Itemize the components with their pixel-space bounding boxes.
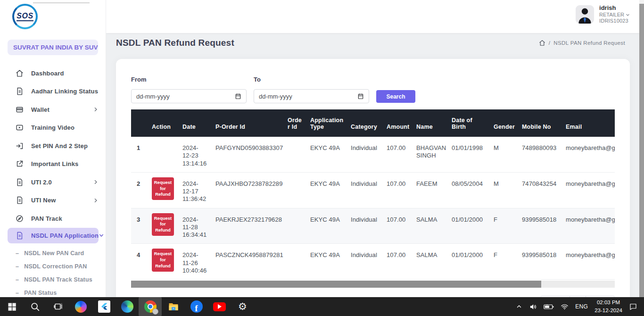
user-role[interactable]: RETAILER	[599, 12, 630, 18]
taskbar-clock[interactable]: 02:03 PM 23-12-2024	[594, 299, 622, 314]
page-title: NSDL PAN Refund Request	[116, 38, 234, 48]
col-p-order-id: P-Order Id	[211, 109, 283, 137]
submenu-item-label: NSDL PAN Track Status	[24, 276, 92, 283]
sidebar-item-pan-track[interactable]: PAN Track	[0, 209, 106, 228]
sidebar-item-label: Set PIN And 2 Step	[31, 142, 99, 150]
cell-mobile: 7470843254	[517, 172, 561, 208]
sidebar: SOS SUVRAT PAN INDIA BY SUVR Dashboard A…	[0, 0, 106, 297]
calendar-icon[interactable]	[235, 93, 241, 100]
submenu-item-nsdl-correction-pan[interactable]: – NSDL Correction PAN	[0, 260, 106, 273]
sidebar-item-uti-new[interactable]: UTI New	[0, 191, 106, 210]
calendar-icon[interactable]	[357, 93, 364, 100]
document-icon	[16, 232, 24, 240]
cell-application_type: EKYC 49A	[305, 244, 346, 280]
external-link-icon	[16, 160, 24, 168]
sidebar-item-uti-20[interactable]: UTI 2.0	[0, 173, 106, 191]
table-body: 12024-12-23 13:14:16PAFGYND05903883307EK…	[131, 137, 615, 280]
sidebar-item-wallet[interactable]: Wallet	[0, 100, 106, 119]
to-date-input[interactable]: dd-mm-yyyy	[254, 89, 369, 103]
notification-center-icon[interactable]	[629, 302, 637, 311]
submenu-item-nsdl-new-pan-card[interactable]: – NSDL New PAN Card	[0, 247, 106, 260]
col-date: Date	[178, 109, 211, 137]
cell-dob: 08/05/2004	[447, 172, 489, 208]
document-icon	[16, 196, 24, 204]
cell-amount: 107.00	[382, 172, 412, 208]
search-button[interactable]: Search	[376, 90, 415, 103]
app-logo[interactable]: SOS	[12, 4, 39, 30]
copilot-icon	[75, 301, 87, 313]
page-heading-row: NSDL PAN Refund Request / NSDL PAN Refun…	[106, 33, 639, 53]
task-view-button[interactable]	[46, 297, 69, 316]
refund-table: Action Date P-Order Id Order Id Applicat…	[131, 109, 615, 280]
from-date-input[interactable]: dd-mm-yyyy	[131, 89, 247, 103]
sidebar-item-aadhar-linking-status[interactable]: Aadhar Linking Status	[0, 83, 106, 101]
cell-category: Individual	[346, 208, 382, 244]
request-refund-button[interactable]: Request for Refund	[152, 177, 174, 200]
request-refund-button[interactable]: Request for Refund	[152, 213, 174, 236]
col-sr	[131, 109, 147, 137]
settings-button[interactable]: ⚙	[231, 297, 254, 316]
tray-chevron-up-icon[interactable]	[516, 303, 522, 310]
cell-amount: 107.00	[382, 244, 412, 280]
cell-dob: 01/01/2000	[447, 244, 489, 280]
vertical-scrollbar-thumb[interactable]	[639, 4, 644, 297]
table-row: 4Request for Refund2024-11-26 10:40:46PA…	[131, 244, 615, 280]
dash-icon: –	[16, 263, 19, 270]
col-category: Category	[346, 109, 382, 137]
cell-email: moneybaretha@gm	[561, 172, 615, 208]
sidebar-item-label: Dashboard	[31, 70, 99, 77]
cell-p_order_id: PASCZNCK4958879281	[211, 244, 283, 280]
windows-icon	[7, 302, 17, 311]
user-menu[interactable]: idrish RETAILER IDRIS10023	[576, 4, 630, 25]
sidebar-item-training-video[interactable]: Training Video	[0, 119, 106, 137]
battery-icon[interactable]	[544, 304, 554, 310]
login-arrow-icon	[16, 142, 24, 150]
file-explorer-button[interactable]	[162, 297, 185, 316]
wallet-icon	[16, 106, 24, 114]
col-date-of-birth: Date of Birth	[447, 109, 489, 137]
copilot-button[interactable]	[69, 297, 92, 316]
facebook-icon: f	[190, 300, 203, 313]
col-amount: Amount	[382, 109, 412, 137]
cell-dob: 01/01/1998	[447, 137, 489, 172]
folder-icon	[168, 301, 179, 312]
cell-order_id	[283, 244, 305, 280]
youtube-button[interactable]	[208, 297, 231, 316]
shop-name: SUVRAT PAN INDIA BY SUVR	[13, 44, 98, 51]
submenu-item-label: PAN Status	[24, 290, 57, 296]
edge-button[interactable]	[116, 297, 139, 316]
user-info: idrish RETAILER IDRIS10023	[599, 4, 630, 25]
request-refund-button[interactable]: Request for Refund	[152, 249, 174, 271]
sidebar-item-set-pin[interactable]: Set PIN And 2 Step	[0, 137, 106, 155]
chrome-button-active[interactable]	[139, 297, 162, 316]
sidebar-item-label: Important Links	[31, 160, 99, 167]
dash-icon: –	[16, 290, 19, 296]
sidebar-item-important-links[interactable]: Important Links	[0, 155, 106, 174]
sidebar-item-label: Aadhar Linking Status	[31, 88, 99, 95]
start-button[interactable]	[0, 297, 23, 316]
refund-table-wrap: Action Date P-Order Id Order Id Applicat…	[131, 109, 615, 288]
facebook-button[interactable]: f	[185, 297, 208, 316]
clock-time: 02:03 PM	[594, 299, 622, 307]
clock-date: 23-12-2024	[594, 307, 622, 315]
flutter-app-button[interactable]	[92, 297, 116, 316]
cell-sr: 2	[131, 172, 147, 208]
wifi-icon[interactable]	[561, 303, 569, 311]
language-indicator[interactable]: ENG	[575, 303, 588, 310]
cell-category: Individual	[346, 244, 382, 280]
taskbar-search-button[interactable]	[23, 297, 46, 316]
horizontal-scrollbar-thumb[interactable]	[131, 281, 541, 288]
breadcrumb-separator: /	[549, 40, 551, 46]
cell-gender: M	[489, 137, 517, 172]
home-icon[interactable]	[539, 40, 545, 46]
sidebar-item-dashboard[interactable]: Dashboard	[0, 64, 106, 83]
volume-icon[interactable]	[529, 303, 537, 311]
sidebar-item-nsdl-pan-application[interactable]: NSDL PAN Application	[8, 228, 99, 243]
edge-icon	[121, 300, 133, 313]
cell-mobile: 9399585018	[517, 208, 561, 244]
submenu-item-pan-status[interactable]: – PAN Status	[0, 286, 106, 298]
vertical-scrollbar	[639, 0, 644, 297]
cell-email: moneybaretha@gm	[561, 208, 615, 244]
sidebar-item-label: UTI New	[31, 197, 93, 204]
submenu-item-nsdl-pan-track-status[interactable]: – NSDL PAN Track Status	[0, 273, 106, 286]
